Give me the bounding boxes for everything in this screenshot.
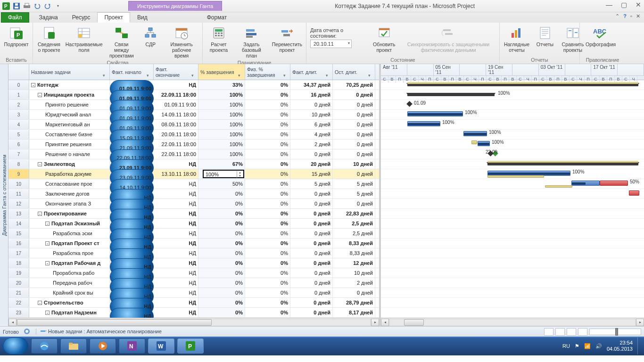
cell-phys[interactable]: 0%: [245, 308, 290, 317]
cell-phys[interactable]: 0%: [245, 258, 290, 268]
cell-phys[interactable]: 0%: [245, 90, 290, 99]
row-number[interactable]: 22: [8, 298, 29, 307]
cell-finish[interactable]: НД: [154, 258, 198, 268]
view-side-label[interactable]: Диаграмма Ганта с отслеживанием: [0, 64, 8, 326]
subproject-button[interactable]: PПодпроект: [4, 25, 29, 48]
col-remaining-dur[interactable]: Ост. длит.▾: [333, 64, 375, 80]
chevron-down-icon[interactable]: ▾: [103, 73, 108, 79]
task-name-cell[interactable]: Разработка прое: [29, 248, 110, 258]
cell-adur[interactable]: 15 дней: [290, 169, 333, 179]
qat-customize-icon[interactable]: ▾: [54, 2, 62, 10]
cell-finish[interactable]: НД: [154, 159, 198, 169]
tab-view[interactable]: Вид: [130, 12, 155, 23]
cell-rdur[interactable]: 0 дней: [333, 199, 375, 208]
table-row[interactable]: 19Проработка рабоНДНД0%0%0 дней10 дней: [8, 268, 379, 278]
grid-hscroll[interactable]: ◂▸: [8, 318, 379, 326]
cell-finish[interactable]: НД: [154, 239, 198, 248]
col-actual-start[interactable]: Факт. начало▾: [110, 64, 154, 80]
cell-phys[interactable]: 0%: [245, 219, 290, 228]
cell-finish[interactable]: 08.09.11 18:00: [154, 120, 198, 129]
task-name-cell[interactable]: -Подэтап Надземн: [29, 308, 110, 317]
cell-pct[interactable]: 100%: [198, 140, 245, 149]
task-name-cell[interactable]: Согласование прое: [29, 179, 110, 189]
gantt-task-bar[interactable]: [478, 141, 490, 146]
gantt-task-bar[interactable]: [407, 121, 440, 126]
cell-rdur[interactable]: 8,17 дней: [333, 308, 375, 317]
task-name-cell[interactable]: Составление бизне: [29, 130, 110, 139]
project-app-icon[interactable]: P: [2, 2, 10, 10]
cell-phys[interactable]: 0%: [245, 80, 290, 90]
cell-adur[interactable]: 0 дней: [290, 258, 333, 268]
wbs-button[interactable]: СДР: [141, 25, 160, 48]
tab-resource[interactable]: Ресурс: [65, 12, 98, 23]
cell-adur[interactable]: 0 дней: [290, 288, 333, 297]
calculate-project-button[interactable]: Расчетпроекта: [206, 25, 231, 54]
row-number[interactable]: 15: [8, 229, 29, 238]
taskbar-word-icon[interactable]: W: [148, 338, 174, 354]
cell-finish[interactable]: НД: [154, 199, 198, 208]
row-number[interactable]: 3: [8, 110, 29, 119]
row-number[interactable]: 13: [8, 209, 29, 218]
task-name-cell[interactable]: -Подэтап Проект ст: [29, 239, 110, 248]
tray-volume-icon[interactable]: 🔊: [595, 343, 602, 349]
gantt-task-bar[interactable]: [571, 181, 600, 186]
cell-finish[interactable]: НД: [154, 219, 198, 228]
table-row[interactable]: 12Окончание этапа ЗНДНД0%0%0 дней0 дней: [8, 199, 379, 209]
update-project-button[interactable]: Обновитьпроект: [372, 25, 397, 54]
cell-phys[interactable]: 0%: [245, 189, 290, 198]
cell-adur[interactable]: 0 дней: [290, 229, 333, 238]
cell-rdur[interactable]: 0 дней: [333, 90, 375, 99]
task-name-cell[interactable]: -Землеотвод: [29, 159, 110, 169]
zoom-slider[interactable]: [589, 329, 641, 335]
cell-adur[interactable]: 10 дней: [290, 110, 333, 119]
task-name-cell[interactable]: -Подэтап Эскизный: [29, 219, 110, 228]
gantt-task-bar[interactable]: [600, 181, 628, 186]
row-number[interactable]: 18: [8, 258, 29, 268]
row-number[interactable]: 23: [8, 308, 29, 317]
table-row[interactable]: 14-Подэтап ЭскизныйНДНД0%0%0 дней2,5 дне…: [8, 219, 379, 229]
gantt-hscroll[interactable]: ◂▸: [381, 318, 644, 326]
cell-finish[interactable]: НД: [154, 298, 198, 307]
row-number[interactable]: 4: [8, 120, 29, 129]
cell-finish[interactable]: 22.09.11 18:00: [154, 90, 198, 99]
row-number[interactable]: 2: [8, 100, 29, 109]
task-name-cell[interactable]: Юридтческий анал: [29, 110, 110, 119]
set-baseline-button[interactable]: Задатьбазовый план: [236, 25, 267, 59]
table-row[interactable]: 16-Подэтап Проект стНДНД0%0%0 дней8,33 д…: [8, 239, 379, 248]
taskbar-ie-icon[interactable]: [31, 338, 58, 354]
cell-pct[interactable]: 0%: [198, 189, 245, 198]
cell-rdur[interactable]: 0 дней: [333, 130, 375, 139]
task-name-cell[interactable]: Решение о начале: [29, 149, 110, 159]
cell-phys[interactable]: 0%: [245, 229, 290, 238]
cell-adur[interactable]: 20 дней: [290, 159, 333, 169]
project-info-button[interactable]: Сведенияо проекте: [37, 25, 61, 54]
task-name-cell[interactable]: -Проектирование: [29, 209, 110, 218]
cell-adur[interactable]: 4 дней: [290, 130, 333, 139]
row-number[interactable]: 21: [8, 288, 29, 297]
cell-phys[interactable]: 0%: [245, 239, 290, 248]
cell-finish[interactable]: НД: [154, 308, 198, 317]
new-tasks-mode[interactable]: Новые задачи : Автоматическое планирован…: [36, 329, 162, 335]
taskbar-explorer-icon[interactable]: [60, 338, 87, 354]
cell-phys[interactable]: 0%: [245, 278, 290, 288]
cell-finish[interactable]: НД: [154, 229, 198, 238]
links-between-projects-button[interactable]: Связи междупроектами: [107, 25, 136, 59]
select-all-header[interactable]: [8, 64, 29, 80]
cell-phys[interactable]: 0%: [245, 199, 290, 208]
cell-adur[interactable]: 6 дней: [290, 120, 333, 129]
cell-phys[interactable]: 0%: [245, 140, 290, 149]
table-row[interactable]: 7Решение о начале22.09.11 18:0022.09.11 …: [8, 149, 379, 159]
task-name-cell[interactable]: -Коттедж: [29, 80, 110, 90]
start-button[interactable]: [3, 337, 28, 354]
cell-pct[interactable]: 100%: [198, 100, 245, 109]
status-date-control[interactable]: Дата отчета о состоянии: 20.10.11▾: [310, 25, 367, 48]
cell-pct[interactable]: 0%: [198, 288, 245, 297]
cell-pct[interactable]: 100%: [198, 130, 245, 139]
col-pct-complete[interactable]: % завершения▾: [198, 64, 245, 80]
undo-icon[interactable]: [33, 2, 41, 10]
row-number[interactable]: 7: [8, 149, 29, 159]
row-number[interactable]: 8: [8, 159, 29, 169]
table-row[interactable]: 17Разработка проеНДНД0%0%0 дней8,33 дней: [8, 248, 379, 258]
task-name-cell[interactable]: Маркетинговый ан: [29, 120, 110, 129]
cell-rdur[interactable]: 70,25 дней: [333, 80, 375, 90]
